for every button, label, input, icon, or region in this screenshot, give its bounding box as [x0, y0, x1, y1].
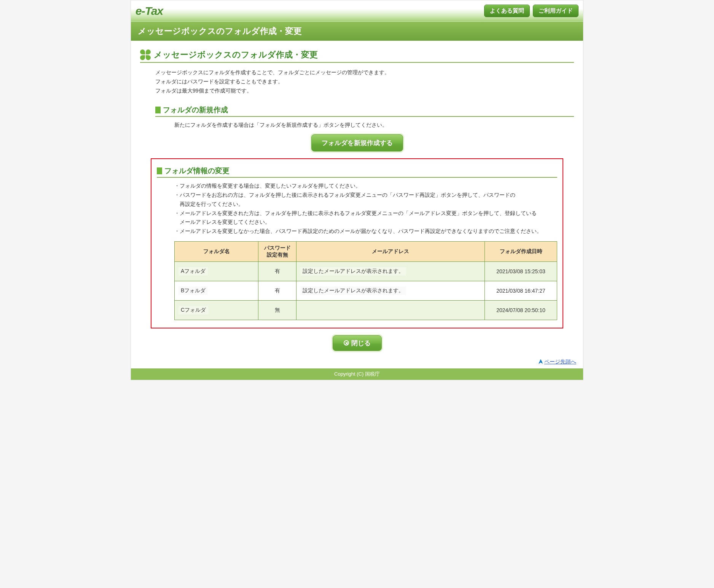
- intro-line-2: フォルダにはパスワードを設定することもできます。: [155, 77, 574, 86]
- th-date: フォルダ作成日時: [485, 241, 557, 261]
- close-button[interactable]: 閉じる: [333, 335, 382, 351]
- page-title-band: メッセージボックスのフォルダ作成・変更: [131, 22, 583, 41]
- clover-icon: [140, 49, 151, 60]
- folder-pw-cell: 有: [258, 281, 296, 300]
- bullet-1: フォルダの情報を変更する場合は、変更したいフォルダを押してください。: [180, 182, 361, 191]
- section-main-title: メッセージボックスのフォルダ作成・変更: [140, 49, 574, 63]
- topbar-buttons: よくある質問 ご利用ガイド: [484, 5, 579, 17]
- change-folder-bullets: ・ フォルダの情報を変更する場合は、変更したいフォルダを押してください。 ・ パ…: [174, 182, 557, 236]
- folder-date-cell: 2021/03/08 16:47:27: [485, 281, 557, 300]
- bullet-2a: パスワードをお忘れの方は、フォルダを押した後に表示されるフォルダ変更メニューの「…: [180, 192, 515, 198]
- section-change-folder-title-text: フォルダ情報の変更: [164, 166, 230, 176]
- folder-name-cell: Aフォルダ: [178, 267, 208, 276]
- folder-mail-cell: 設定したメールアドレスが表示されます。: [300, 287, 406, 295]
- section-main-title-text: メッセージボックスのフォルダ作成・変更: [154, 49, 318, 61]
- table-row[interactable]: Aフォルダ 有 設定したメールアドレスが表示されます。 2021/03/08 1…: [175, 261, 557, 281]
- intro-block: メッセージボックスにフォルダを作成することで、フォルダごとにメッセージの管理がで…: [155, 68, 574, 95]
- page-top-link[interactable]: ページ先頭へ: [544, 359, 576, 365]
- bullet-3b: メールアドレスを変更してください。: [180, 219, 270, 225]
- th-folder-name: フォルダ名: [175, 241, 258, 261]
- page-container: e-Tax よくある質問 ご利用ガイド メッセージボックスのフォルダ作成・変更 …: [131, 0, 583, 380]
- close-icon: [344, 340, 349, 346]
- square-marker-icon: [157, 167, 162, 174]
- folder-name-cell: Bフォルダ: [178, 287, 208, 295]
- table-row[interactable]: Bフォルダ 有 設定したメールアドレスが表示されます。 2021/03/08 1…: [175, 281, 557, 300]
- top-bar: e-Tax よくある質問 ご利用ガイド: [131, 0, 583, 22]
- footer: Copyright (C) 国税庁: [131, 368, 583, 380]
- section-change-folder-title: フォルダ情報の変更: [157, 166, 557, 178]
- folder-pw-cell: 有: [258, 261, 296, 281]
- section-new-folder-title: フォルダの新規作成: [155, 105, 574, 117]
- create-folder-button[interactable]: フォルダを新規作成する: [311, 134, 403, 151]
- close-button-wrap: 閉じる: [140, 335, 574, 351]
- content-area: メッセージボックスのフォルダ作成・変更 メッセージボックスにフォルダを作成するこ…: [131, 41, 583, 357]
- folder-date-cell: 2021/03/08 15:25:03: [485, 261, 557, 281]
- section-new-folder-text: 新たにフォルダを作成する場合は「フォルダを新規作成する」ボタンを押してください。: [174, 121, 574, 130]
- folder-pw-cell: 無: [258, 300, 296, 320]
- intro-line-1: メッセージボックスにフォルダを作成することで、フォルダごとにメッセージの管理がで…: [155, 68, 574, 77]
- bullet-dot: ・: [174, 182, 180, 191]
- th-mail: メールアドレス: [296, 241, 485, 261]
- guide-button[interactable]: ご利用ガイド: [533, 5, 579, 17]
- close-button-label: 閉じる: [351, 339, 371, 347]
- page-top-link-wrap: ⮝ページ先頭へ: [131, 357, 583, 368]
- bullet-2b: 再設定を行ってください。: [180, 201, 244, 207]
- bullet-dot: ・: [174, 191, 180, 209]
- folder-mail-cell: 設定したメールアドレスが表示されます。: [300, 267, 406, 276]
- intro-line-3: フォルダは最大99個まで作成可能です。: [155, 86, 574, 96]
- folder-table: フォルダ名 パスワード 設定有無 メールアドレス フォルダ作成日時 Aフォルダ …: [174, 241, 557, 320]
- logo: e-Tax: [135, 5, 163, 18]
- folder-name-cell: Cフォルダ: [178, 306, 208, 314]
- bullet-dot: ・: [174, 209, 180, 227]
- table-row[interactable]: Cフォルダ 無 2024/07/08 20:50:10: [175, 300, 557, 320]
- change-folder-panel: フォルダ情報の変更 ・ フォルダの情報を変更する場合は、変更したいフォルダを押し…: [151, 158, 563, 328]
- bullet-dot: ・: [174, 227, 180, 236]
- new-folder-button-wrap: フォルダを新規作成する: [140, 134, 574, 151]
- square-marker-icon: [155, 107, 161, 113]
- bullet-3a: メールアドレスを変更された方は、フォルダを押した後に表示されるフォルダ変更メニュ…: [180, 210, 537, 216]
- folder-date-cell: 2024/07/08 20:50:10: [485, 300, 557, 320]
- section-new-folder-title-text: フォルダの新規作成: [163, 105, 228, 115]
- table-header-row: フォルダ名 パスワード 設定有無 メールアドレス フォルダ作成日時: [175, 241, 557, 261]
- th-password: パスワード 設定有無: [258, 241, 296, 261]
- up-arrow-icon: ⮝: [538, 359, 543, 365]
- faq-button[interactable]: よくある質問: [484, 5, 530, 17]
- bullet-4: メールアドレスを変更しなかった場合、パスワード再設定のためのメールが届かなくなり…: [180, 227, 542, 236]
